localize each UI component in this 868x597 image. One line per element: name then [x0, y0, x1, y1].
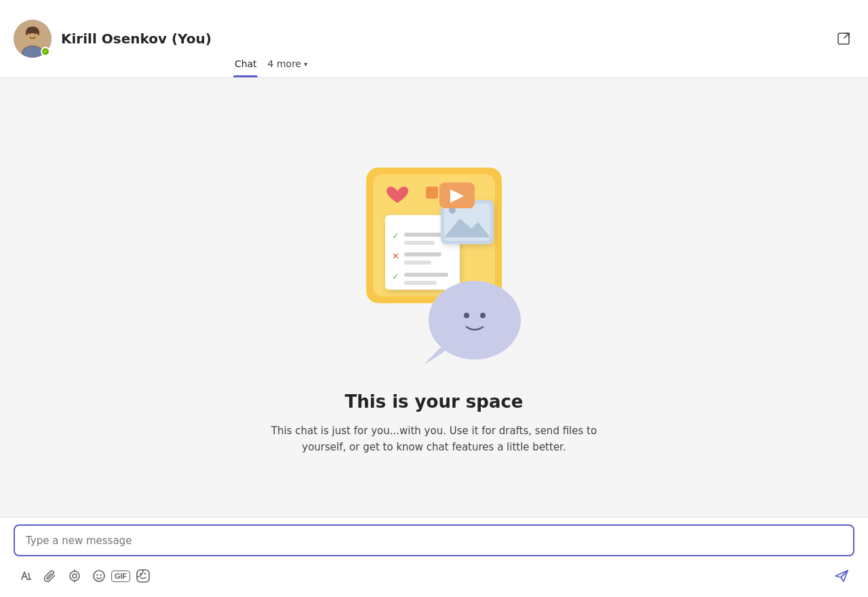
svg-rect-15	[404, 241, 435, 245]
tab-active-indicator	[233, 75, 258, 77]
tab-chat-label: Chat	[235, 58, 257, 69]
send-button[interactable]	[829, 564, 854, 588]
user-name: Kirill Osenkov (You)	[61, 31, 212, 47]
illustration: ✓ ✕ ✓	[326, 140, 542, 371]
svg-point-38	[140, 573, 142, 575]
svg-rect-20	[404, 273, 448, 277]
loop-button[interactable]	[62, 565, 87, 587]
svg-point-39	[144, 573, 146, 575]
sticker-button[interactable]	[130, 564, 156, 588]
main-content: ✓ ✕ ✓	[0, 78, 868, 517]
expand-icon	[837, 32, 850, 45]
svg-rect-18	[404, 261, 431, 265]
svg-point-34	[94, 571, 104, 581]
svg-rect-26	[426, 187, 438, 199]
svg-point-36	[100, 574, 101, 575]
avatar	[14, 20, 52, 58]
header-tabs: Chat 4 more ▾	[224, 0, 307, 77]
message-input-wrapper[interactable]	[14, 524, 854, 556]
svg-rect-7	[37, 32, 39, 35]
chevron-down-icon: ▾	[304, 60, 307, 68]
message-input[interactable]	[26, 535, 842, 547]
svg-text:✓: ✓	[392, 271, 399, 282]
svg-point-35	[96, 574, 98, 575]
main-subtext: This chat is just for you...with you. Us…	[258, 423, 610, 455]
tab-chat[interactable]: Chat	[224, 0, 268, 77]
svg-point-30	[464, 313, 469, 318]
attach-icon	[43, 569, 57, 583]
svg-point-33	[73, 574, 77, 578]
input-area: GIF	[0, 517, 868, 597]
format-icon	[19, 569, 33, 583]
svg-point-31	[480, 313, 486, 318]
loop-icon	[68, 569, 81, 583]
tab-more-label: 4 more	[268, 58, 302, 69]
gif-label: GIF	[115, 573, 127, 580]
attach-button[interactable]	[38, 565, 62, 587]
emoji-button[interactable]	[87, 565, 111, 587]
svg-text:✕: ✕	[392, 251, 399, 261]
header: Kirill Osenkov (You) Chat 4 more ▾	[0, 0, 868, 78]
svg-rect-14	[404, 233, 445, 237]
gif-button[interactable]: GIF	[111, 571, 130, 582]
svg-rect-6	[26, 32, 28, 35]
main-heading: This is your space	[345, 391, 524, 412]
svg-rect-17	[404, 252, 441, 256]
svg-rect-21	[404, 281, 437, 285]
format-button[interactable]	[14, 565, 38, 587]
sticker-icon	[136, 569, 151, 583]
svg-point-29	[429, 281, 521, 360]
emoji-icon	[92, 569, 106, 583]
expand-button[interactable]	[833, 28, 854, 50]
svg-text:✓: ✓	[392, 231, 399, 241]
send-icon	[834, 569, 849, 583]
tab-more[interactable]: 4 more ▾	[268, 58, 308, 77]
svg-point-32	[70, 571, 79, 581]
online-status-badge	[41, 47, 50, 56]
message-toolbar: GIF	[14, 562, 854, 590]
